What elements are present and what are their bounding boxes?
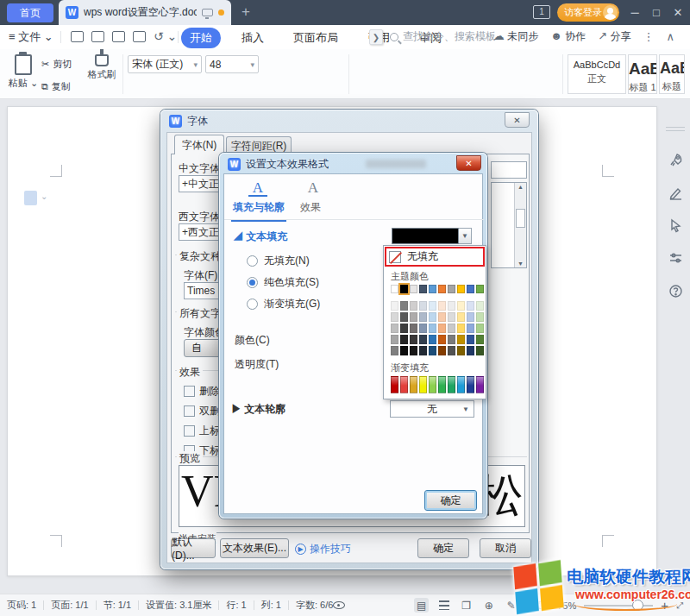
font-name-combo[interactable]: 宋体 (正文)▾ [128, 55, 202, 73]
gradient-color-swatch[interactable] [391, 376, 398, 393]
tint-color-swatch[interactable] [419, 312, 427, 322]
gradient-color-swatch[interactable] [448, 376, 455, 393]
tint-color-swatch[interactable] [476, 312, 484, 322]
close-button[interactable]: ✕ [668, 0, 688, 24]
help-icon[interactable] [668, 284, 683, 299]
outline-none-combo[interactable]: 无▼ [390, 400, 474, 418]
tint-color-swatch[interactable] [438, 312, 446, 322]
tint-color-swatch[interactable] [391, 312, 398, 322]
text-outline-section[interactable]: ▶ 文本轮廓 [231, 402, 285, 417]
default-button[interactable]: 默认(D)... [171, 538, 216, 558]
theme-color-swatch[interactable] [476, 285, 484, 293]
tint-color-swatch[interactable] [391, 324, 398, 333]
cut-button[interactable]: ✂ 剪切 [41, 58, 72, 71]
tips-link[interactable]: ▶ 操作技巧 [295, 542, 351, 556]
tint-color-swatch[interactable] [438, 346, 446, 355]
print-preview-icon[interactable] [133, 31, 146, 42]
tint-color-swatch[interactable] [429, 301, 436, 311]
tint-color-swatch[interactable] [476, 324, 484, 333]
share-button[interactable]: ↗ 分享 [598, 29, 630, 44]
effects-dialog-titlebar[interactable]: W 设置文本效果格式 [228, 157, 329, 172]
gradient-color-swatch[interactable] [476, 376, 484, 393]
web-view-icon[interactable]: ⊕ [481, 598, 496, 613]
tint-color-swatch[interactable] [419, 335, 427, 344]
tab-effect[interactable]: 效果 [298, 200, 323, 220]
radio-0[interactable]: 无填充(N) [247, 254, 310, 268]
file-menu[interactable]: ≡ 文件 ⌄ [9, 29, 53, 45]
tint-color-swatch[interactable] [467, 324, 474, 333]
collapse-ribbon-icon[interactable]: ∧ [666, 30, 674, 43]
tint-color-swatch[interactable] [448, 312, 455, 322]
format-painter-button[interactable]: 格式刷 [83, 49, 121, 81]
statusbar-item-5[interactable]: 列: 1 [261, 599, 281, 612]
font-ok-button[interactable]: 确定 [417, 538, 469, 558]
tint-color-swatch[interactable] [457, 301, 465, 311]
theme-color-swatch[interactable] [391, 285, 398, 293]
gradient-color-swatch[interactable] [410, 376, 417, 393]
window-count-badge[interactable]: 1 [533, 5, 550, 19]
statusbar-item-2[interactable]: 节: 1/1 [104, 599, 131, 612]
tint-color-swatch[interactable] [400, 301, 408, 311]
radio-1[interactable]: 纯色填充(S) [247, 275, 319, 290]
tabs-overflow-chevron[interactable]: ❯ [369, 29, 383, 45]
gradient-color-swatch[interactable] [457, 376, 465, 393]
undo-icon[interactable]: ↺ ⌄ [154, 29, 177, 43]
scrollbar-thumb[interactable] [516, 209, 525, 228]
tint-color-swatch[interactable] [419, 346, 427, 355]
tint-color-swatch[interactable] [429, 335, 436, 344]
tab-font[interactable]: 字体(N) [174, 135, 224, 154]
gradient-color-swatch[interactable] [438, 376, 446, 393]
collaborate-button[interactable]: ☻ 协作 [550, 29, 586, 44]
tint-color-swatch[interactable] [476, 335, 484, 344]
statusbar-item-6[interactable]: 字数: 6/6 [296, 599, 333, 612]
style-正文[interactable]: AaBbCcDd正文 [568, 54, 626, 94]
tint-color-swatch[interactable] [438, 301, 446, 311]
tint-color-swatch[interactable] [457, 312, 465, 322]
read-mode-icon[interactable]: ❐ [459, 598, 474, 613]
annotate-pen-icon[interactable] [668, 185, 683, 200]
tint-color-swatch[interactable] [400, 312, 408, 322]
gradient-color-swatch[interactable] [429, 376, 436, 393]
new-tab-button[interactable]: + [242, 3, 250, 21]
command-search[interactable]: 查找命令、搜索模板 [390, 29, 496, 44]
statusbar-item-4[interactable]: 行: 1 [226, 599, 246, 612]
tint-color-swatch[interactable] [467, 301, 474, 311]
theme-color-swatch[interactable] [448, 285, 455, 293]
gradient-color-swatch[interactable] [400, 376, 408, 393]
tint-color-swatch[interactable] [410, 301, 417, 311]
tint-color-swatch[interactable] [467, 346, 474, 355]
tint-color-swatch[interactable] [391, 335, 398, 344]
tint-color-swatch[interactable] [410, 312, 417, 322]
sync-status[interactable]: ☁ 未同步 [493, 29, 538, 44]
tint-color-swatch[interactable] [448, 335, 455, 344]
ribbon-tab-0[interactable]: 开始 [181, 28, 221, 48]
ribbon-tab-1[interactable]: 插入 [233, 28, 273, 48]
save-icon[interactable] [71, 31, 84, 42]
theme-color-swatch[interactable] [467, 285, 474, 293]
tint-color-swatch[interactable] [476, 301, 484, 311]
tint-color-swatch[interactable] [457, 335, 465, 344]
tint-color-swatch[interactable] [467, 335, 474, 344]
tint-color-swatch[interactable] [448, 346, 455, 355]
effects-dialog-close-button[interactable]: ✕ [456, 155, 481, 171]
home-tab[interactable]: 首页 [7, 3, 53, 22]
copy-button[interactable]: ⧉ 复制 [41, 80, 71, 93]
tint-color-swatch[interactable] [419, 324, 427, 333]
select-cursor-icon[interactable] [668, 218, 683, 233]
maximize-button[interactable]: □ [646, 0, 667, 24]
tint-color-swatch[interactable] [429, 346, 436, 355]
tint-color-swatch[interactable] [410, 346, 417, 355]
tint-color-swatch[interactable] [457, 346, 465, 355]
fill-color-swatch[interactable] [392, 228, 459, 244]
size-list-scrollbar[interactable]: ▲ ▼ [514, 183, 526, 267]
effects-ok-button[interactable]: 确定 [424, 490, 477, 511]
size-input[interactable] [491, 161, 527, 179]
size-list[interactable]: ▲ ▼ [491, 182, 527, 268]
tint-color-swatch[interactable] [457, 324, 465, 333]
tint-color-swatch[interactable] [438, 324, 446, 333]
tint-color-swatch[interactable] [429, 312, 436, 322]
tint-color-swatch[interactable] [438, 335, 446, 344]
text-fill-section[interactable]: ◢ 文本填充 [233, 229, 287, 244]
export-icon[interactable] [91, 31, 104, 42]
page-view-icon[interactable]: ▤ [414, 598, 429, 613]
